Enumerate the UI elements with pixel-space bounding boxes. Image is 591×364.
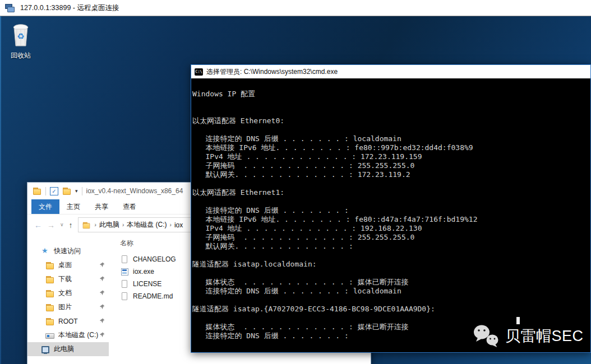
watermark-text: 贝雷帽SEC	[505, 326, 584, 346]
pin-icon	[99, 290, 105, 296]
wechat-icon	[472, 324, 501, 348]
pin-icon	[99, 276, 105, 282]
file-type-icon	[120, 292, 129, 301]
pin-icon	[99, 318, 105, 324]
history-dropdown-icon[interactable]: ∨	[60, 222, 64, 227]
cmd-titlebar[interactable]: C:\ 选择管理员: C:\Windows\system32\cmd.exe	[191, 65, 590, 78]
console-line	[192, 197, 590, 206]
sidebar-item-label: 桌面	[58, 260, 72, 270]
file-type-icon	[120, 279, 129, 288]
titlebar-separator	[82, 187, 82, 195]
navigation-pane: 快速访问 桌面	[27, 235, 109, 364]
file-name: iox.exe	[133, 268, 154, 276]
quick-access-newfolder-icon[interactable]	[62, 187, 71, 195]
breadcrumb-item[interactable]: iox	[174, 221, 183, 229]
sidebar-item-icon	[45, 331, 54, 340]
console-line: 本地链接 IPv6 地址. . . . . . . . : fe80::997b…	[192, 143, 590, 152]
recycle-bin[interactable]: ♻ 回收站	[4, 21, 37, 60]
file-name: LICENSE	[133, 280, 161, 288]
console-line: 隧道适配器 isatap.{A7027029-ECC3-4186-BC98-9D…	[192, 305, 590, 314]
sidebar-item-icon	[45, 303, 54, 312]
console-line: 子网掩码 . . . . . . . . . . . . : 255.255.2…	[192, 233, 590, 242]
file-name: README.md	[133, 292, 173, 300]
sidebar-item-icon	[45, 261, 54, 270]
ribbon-tab[interactable]: 查看	[116, 199, 144, 214]
sidebar-item[interactable]: 快速访问	[27, 244, 109, 258]
sidebar-item-label: 图片	[58, 302, 72, 312]
quick-access-customize-icon[interactable]: ▾	[75, 188, 78, 194]
remote-desktop-icon	[5, 3, 15, 12]
console-line: 连接特定的 DNS 后缀 . . . . . . . : localdomain	[192, 134, 590, 143]
breadcrumb-chevron-icon: ›	[92, 222, 99, 228]
breadcrumb-chevron-icon: ›	[167, 222, 174, 228]
console-line	[192, 269, 590, 278]
recycle-bin-icon: ♻	[9, 21, 33, 48]
breadcrumb-item[interactable]: 本地磁盘 (C:)	[127, 220, 167, 230]
file-name: CHANGELOG	[133, 255, 176, 263]
file-type-icon	[120, 255, 129, 264]
sidebar-item[interactable]: 下载	[27, 272, 109, 286]
console-line: 媒体状态 . . . . . . . . . . . . : 媒体已断开连接	[192, 278, 590, 287]
sidebar-item[interactable]: 文档	[27, 286, 109, 300]
console-line: 本地链接 IPv6 地址. . . . . . . . : fe80::d47a…	[192, 215, 590, 224]
recycle-bin-label: 回收站	[4, 51, 37, 60]
sidebar-item-label: 本地磁盘 (C:)	[58, 330, 98, 340]
cmd-window: C:\ 选择管理员: C:\Windows\system32\cmd.exe W…	[191, 64, 591, 353]
console-line	[192, 108, 590, 116]
up-icon[interactable]: ↑	[69, 221, 73, 229]
sidebar-item-icon	[45, 289, 54, 298]
console-line: IPv4 地址 . . . . . . . . . . . . : 192.16…	[192, 224, 590, 233]
pin-icon	[99, 262, 105, 268]
cmd-icon: C:\	[195, 68, 203, 76]
address-folder-icon	[82, 221, 90, 228]
sidebar-item-icon	[45, 317, 54, 326]
ribbon-tab[interactable]: 共享	[87, 199, 116, 214]
rdp-session-screen: 127.0.0.1:33899 - 远程桌面连接 ♻ 回收站 ✓ ▾ iox_v…	[0, 0, 591, 364]
console-line: 连接特定的 DNS 后缀 . . . . . . . : localdomain	[192, 287, 590, 296]
ribbon-tab[interactable]: 文件	[31, 199, 59, 214]
sidebar-item-label: 下载	[58, 274, 72, 284]
forward-icon[interactable]: →	[47, 221, 55, 229]
console-line: 默认网关. . . . . . . . . . . . . : 172.23.1…	[192, 170, 590, 179]
console-line: 子网掩码 . . . . . . . . . . . . : 255.255.2…	[192, 161, 590, 170]
console-line	[192, 81, 590, 90]
breadcrumb-item[interactable]: 此电脑	[99, 220, 119, 230]
file-type-icon	[120, 267, 129, 276]
sidebar-item-label: 此电脑	[54, 344, 74, 354]
console-output[interactable]: Windows IP 配置 以太网适配器 Ethernet0: 连接特定的 DN…	[191, 78, 590, 352]
rdp-connection-bar[interactable]: 127.0.0.1:33899 - 远程桌面连接	[0, 0, 591, 16]
console-line: Windows IP 配置	[192, 90, 590, 99]
sidebar-item-icon	[45, 275, 54, 284]
sidebar-item[interactable]: 此电脑	[27, 342, 109, 356]
console-line: IPv4 地址 . . . . . . . . . . . . : 172.23…	[192, 152, 590, 161]
sidebar-item[interactable]: 图片	[27, 300, 109, 314]
svg-text:♻: ♻	[17, 31, 24, 41]
console-line: 以太网适配器 Ethernet0:	[192, 116, 590, 125]
sidebar-item[interactable]: ROOT	[27, 314, 109, 328]
sidebar-item-label: 文档	[58, 288, 72, 298]
pin-icon	[99, 304, 105, 310]
window-folder-icon	[33, 187, 41, 195]
pin-icon	[99, 332, 105, 338]
console-line	[192, 125, 590, 134]
titlebar-separator	[45, 187, 46, 195]
console-line	[192, 251, 590, 260]
console-line	[192, 179, 590, 188]
ribbon-tab[interactable]: 主页	[59, 199, 87, 214]
console-line: 默认网关. . . . . . . . . . . . . :	[192, 242, 590, 251]
console-line: 连接特定的 DNS 后缀 . . . . . . . :	[192, 206, 590, 215]
back-icon[interactable]: ←	[34, 221, 42, 229]
sidebar-item-label: 快速访问	[54, 246, 81, 256]
sidebar-item-icon	[41, 345, 50, 354]
sidebar-item[interactable]: 本地磁盘 (C:)	[27, 328, 109, 342]
quick-access-properties-icon[interactable]: ✓	[50, 187, 58, 195]
console-line	[192, 314, 590, 323]
console-line: 以太网适配器 Ethernet1:	[192, 188, 590, 197]
sidebar-item-label: ROOT	[58, 318, 78, 325]
watermark: 贝雷帽SEC	[472, 324, 584, 348]
sidebar-item-icon	[41, 247, 50, 256]
sidebar-item[interactable]: 桌面	[27, 258, 109, 272]
rdp-connection-title: 127.0.0.1:33899 - 远程桌面连接	[20, 3, 119, 13]
explorer-window-title: iox_v0.4-next_Windows_x86_64	[86, 187, 183, 195]
cmd-window-title: 选择管理员: C:\Windows\system32\cmd.exe	[206, 67, 338, 77]
